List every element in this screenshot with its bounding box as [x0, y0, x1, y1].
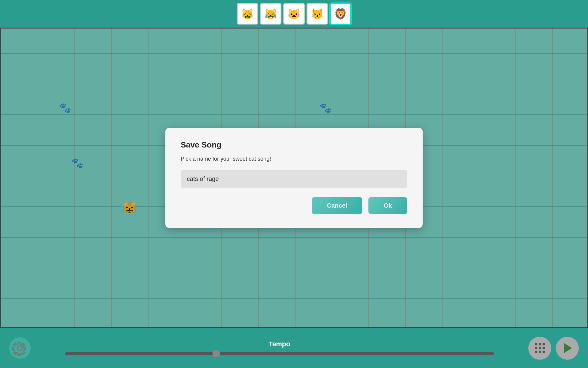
- song-name-input[interactable]: [181, 170, 407, 188]
- save-song-dialog: Save Song Pick a name for your sweet cat…: [165, 128, 423, 228]
- tempo-slider-container: [65, 351, 494, 356]
- tempo-label: Tempo: [269, 340, 290, 348]
- cat-face-3: 🐱: [285, 5, 303, 23]
- settings-button[interactable]: [9, 337, 31, 359]
- svg-rect-8: [542, 351, 545, 353]
- svg-marker-9: [564, 343, 572, 353]
- cancel-button[interactable]: Cancel: [312, 197, 363, 214]
- play-button[interactable]: [556, 337, 579, 360]
- ok-button[interactable]: Ok: [368, 197, 407, 214]
- dialog-overlay: Save Song Pick a name for your sweet cat…: [1, 29, 587, 327]
- cat-face-2: 😹: [262, 5, 280, 23]
- dialog-subtitle: Pick a name for your sweet cat song!: [181, 156, 407, 162]
- record-icon: [534, 342, 546, 354]
- svg-rect-2: [542, 343, 545, 345]
- main-grid-area[interactable]: 🐾 🐾 🐾 🐾 😸 Save Song Pick a name for your…: [0, 28, 588, 328]
- svg-rect-4: [539, 347, 541, 349]
- svg-rect-7: [539, 351, 541, 353]
- tempo-slider[interactable]: [65, 352, 494, 355]
- cat-face-5: 🦁: [331, 5, 350, 23]
- top-bar: 😸 😹 🐱 😾 🦁: [0, 0, 588, 28]
- svg-rect-5: [542, 347, 545, 349]
- cat-icon-2[interactable]: 😹: [260, 3, 281, 25]
- cat-icon-5[interactable]: 🦁: [330, 3, 351, 25]
- gear-icon: [12, 340, 28, 356]
- svg-rect-3: [535, 347, 537, 349]
- record-button[interactable]: [528, 337, 551, 360]
- cat-face-1: 😸: [238, 5, 257, 23]
- play-icon: [561, 342, 574, 354]
- dialog-buttons: Cancel Ok: [181, 197, 407, 214]
- cat-icon-1[interactable]: 😸: [237, 3, 258, 25]
- svg-rect-6: [535, 351, 537, 353]
- svg-rect-0: [535, 343, 537, 345]
- cat-face-4: 😾: [308, 5, 326, 23]
- bottom-bar: Tempo: [0, 328, 588, 368]
- right-controls: [528, 337, 579, 360]
- cat-icon-4[interactable]: 😾: [307, 3, 328, 25]
- svg-rect-1: [539, 343, 541, 345]
- cat-icon-3[interactable]: 🐱: [283, 3, 305, 25]
- dialog-title: Save Song: [181, 140, 407, 150]
- tempo-section: Tempo: [37, 340, 522, 356]
